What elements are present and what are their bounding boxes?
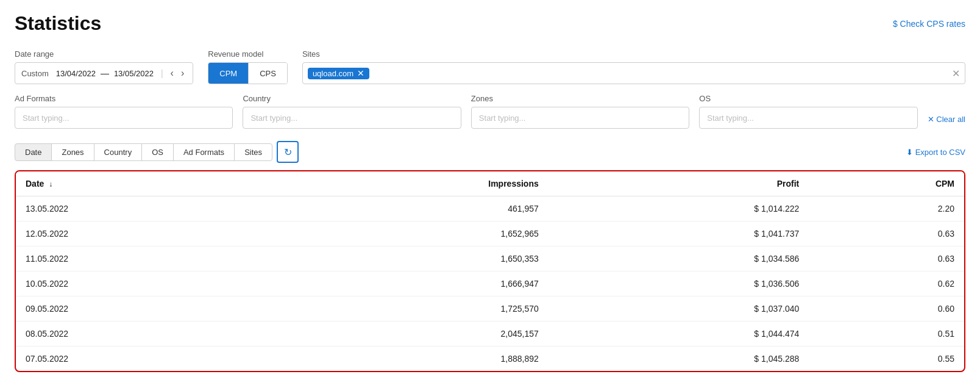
revenue-model-group: Revenue model CPM CPS	[208, 49, 288, 84]
cell-profit: $ 1,045.288	[549, 347, 809, 372]
os-input[interactable]	[699, 107, 917, 129]
cell-cpm: 0.55	[809, 347, 964, 372]
date-separator: —	[101, 68, 109, 78]
zones-label: Zones	[471, 94, 689, 103]
cell-impressions: 1,652,965	[267, 221, 549, 246]
cell-date: 09.05.2022	[16, 296, 267, 322]
os-label: OS	[699, 94, 917, 103]
cell-cpm: 0.63	[809, 246, 964, 271]
export-csv-link[interactable]: ⬇ Export to CSV	[906, 148, 965, 157]
os-group: OS	[699, 94, 917, 129]
cell-impressions: 1,650,353	[267, 246, 549, 271]
page-title: Statistics	[15, 12, 101, 35]
date-range-box[interactable]: Custom 13/04/2022 — 13/05/2022 | ‹ ›	[15, 62, 193, 84]
col-header-profit[interactable]: Profit	[549, 171, 809, 196]
cell-cpm: 0.51	[809, 322, 964, 347]
table-row: 08.05.2022 2,045,157 $ 1,044.474 0.51	[16, 322, 964, 347]
cell-profit: $ 1,044.474	[549, 322, 809, 347]
zones-group: Zones	[471, 94, 689, 129]
tab-ad-formats[interactable]: Ad Formats	[173, 143, 235, 161]
filters-row2: Ad Formats Country Zones OS ✕ Clear all	[15, 94, 965, 129]
cell-date: 10.05.2022	[16, 271, 267, 296]
sites-label: Sites	[302, 49, 965, 59]
ad-formats-label: Ad Formats	[15, 94, 233, 103]
tab-date[interactable]: Date	[15, 143, 52, 161]
cell-cpm: 0.60	[809, 296, 964, 322]
date-divider: |	[161, 68, 163, 78]
revenue-model-label: Revenue model	[208, 49, 288, 59]
tab-zones[interactable]: Zones	[51, 143, 94, 161]
cell-cpm: 2.20	[809, 196, 964, 221]
site-tag-label: uqload.com	[313, 69, 353, 78]
cell-impressions: 1,725,570	[267, 296, 549, 322]
date-range-label: Date range	[15, 49, 193, 59]
clear-all-button[interactable]: ✕ Clear all	[928, 115, 965, 129]
col-date-label: Date	[26, 179, 44, 189]
tab-os[interactable]: OS	[141, 143, 174, 161]
table-row: 13.05.2022 461,957 $ 1,014.222 2.20	[16, 196, 964, 221]
country-group: Country	[243, 94, 461, 129]
refresh-button[interactable]: ↻	[277, 141, 299, 163]
site-tag-close[interactable]: ✕	[357, 69, 364, 77]
date-next-button[interactable]: ›	[179, 66, 186, 80]
filters-row1: Date range Custom 13/04/2022 — 13/05/202…	[15, 49, 965, 84]
cell-date: 07.05.2022	[16, 347, 267, 372]
table-body: 13.05.2022 461,957 $ 1,014.222 2.20 12.0…	[16, 196, 964, 372]
tab-sites[interactable]: Sites	[234, 143, 272, 161]
tab-country[interactable]: Country	[94, 143, 143, 161]
sites-group: Sites uqload.com ✕ ✕	[302, 49, 965, 84]
table-row: 11.05.2022 1,650,353 $ 1,034.586 0.63	[16, 246, 964, 271]
date-from: 13/04/2022	[56, 69, 96, 78]
cell-profit: $ 1,041.737	[549, 221, 809, 246]
group-tabs: Date Zones Country OS Ad Formats Sites	[15, 143, 272, 161]
group-tabs-row: Date Zones Country OS Ad Formats Sites ↻…	[15, 141, 965, 163]
cell-date: 13.05.2022	[16, 196, 267, 221]
cpm-button[interactable]: CPM	[208, 63, 249, 84]
sort-arrow-icon: ↓	[49, 180, 52, 189]
table-header-row: Date ↓ Impressions Profit CPM	[16, 171, 964, 196]
cell-impressions: 1,888,892	[267, 347, 549, 372]
revenue-model-toggle: CPM CPS	[208, 62, 288, 84]
country-input[interactable]	[243, 107, 461, 129]
site-tag: uqload.com ✕	[308, 68, 369, 79]
cell-cpm: 0.62	[809, 271, 964, 296]
page-header: Statistics $ Check CPS rates	[15, 12, 965, 35]
cell-profit: $ 1,036.506	[549, 271, 809, 296]
cell-cpm: 0.63	[809, 221, 964, 246]
date-range-group: Date range Custom 13/04/2022 — 13/05/202…	[15, 49, 193, 84]
table-row: 09.05.2022 1,725,570 $ 1,037.040 0.60	[16, 296, 964, 322]
cell-impressions: 1,666,947	[267, 271, 549, 296]
zones-input[interactable]	[471, 107, 689, 129]
table-row: 10.05.2022 1,666,947 $ 1,036.506 0.62	[16, 271, 964, 296]
col-header-cpm[interactable]: CPM	[809, 171, 964, 196]
sites-input-box[interactable]: uqload.com ✕ ✕	[302, 62, 965, 84]
table-row: 12.05.2022 1,652,965 $ 1,041.737 0.63	[16, 221, 964, 246]
check-cps-link[interactable]: $ Check CPS rates	[893, 19, 965, 29]
cell-profit: $ 1,014.222	[549, 196, 809, 221]
sites-clear-button[interactable]: ✕	[952, 68, 960, 79]
statistics-table: Date ↓ Impressions Profit CPM 13.05.2022…	[16, 171, 964, 371]
cell-profit: $ 1,037.040	[549, 296, 809, 322]
cell-impressions: 2,045,157	[267, 322, 549, 347]
country-label: Country	[243, 94, 461, 103]
cell-profit: $ 1,034.586	[549, 246, 809, 271]
date-nav: | ‹ ›	[158, 66, 186, 80]
tabs-and-refresh: Date Zones Country OS Ad Formats Sites ↻	[15, 141, 299, 163]
cell-date: 11.05.2022	[16, 246, 267, 271]
ad-formats-input[interactable]	[15, 107, 233, 129]
date-prev-button[interactable]: ‹	[168, 66, 176, 80]
date-to: 13/05/2022	[114, 69, 154, 78]
cell-impressions: 461,957	[267, 196, 549, 221]
date-preset-label: Custom	[21, 69, 49, 78]
cps-button[interactable]: CPS	[249, 63, 287, 84]
cell-date: 08.05.2022	[16, 322, 267, 347]
table-row: 07.05.2022 1,888,892 $ 1,045.288 0.55	[16, 347, 964, 372]
col-header-date[interactable]: Date ↓	[16, 171, 267, 196]
statistics-table-container: Date ↓ Impressions Profit CPM 13.05.2022…	[15, 170, 965, 372]
cell-date: 12.05.2022	[16, 221, 267, 246]
col-header-impressions[interactable]: Impressions	[267, 171, 549, 196]
ad-formats-group: Ad Formats	[15, 94, 233, 129]
